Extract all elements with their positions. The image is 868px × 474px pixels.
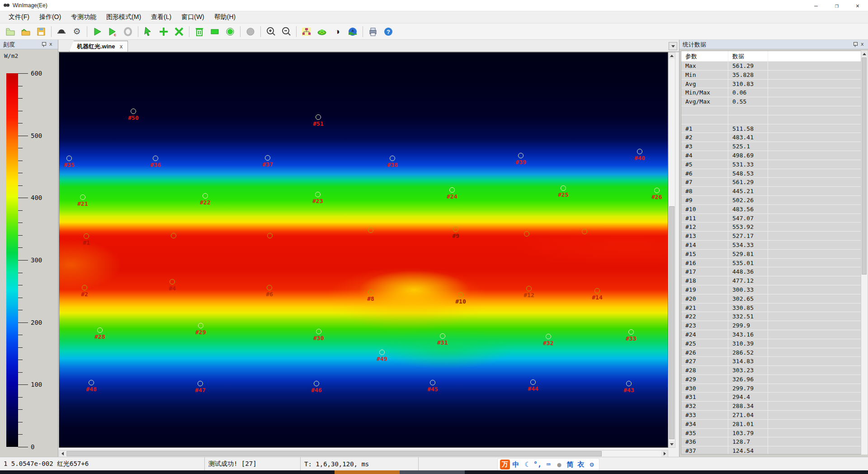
measure-point-12[interactable] [526,286,532,291]
measure-point[interactable] [524,231,529,237]
menu-item-1[interactable]: 操作(O) [34,12,66,23]
measure-point-40[interactable] [637,149,642,154]
new-file-icon[interactable] [4,25,17,38]
menu-item-5[interactable]: 窗口(W) [176,12,209,23]
scroll-right-button[interactable] [661,450,668,457]
measure-point-21[interactable] [80,194,85,200]
measure-point-28[interactable] [97,327,103,333]
measure-point-39[interactable] [518,153,524,158]
measure-point-51[interactable] [316,114,321,120]
settings-gear-icon[interactable]: ⚙ [70,25,84,38]
measure-point-6[interactable] [267,285,272,290]
close-button[interactable]: ✕ [847,0,868,11]
capture-dome-icon[interactable] [55,25,68,38]
measure-point-24[interactable] [449,187,455,193]
stop-icon[interactable] [121,25,135,38]
measure-point-22[interactable] [203,193,208,199]
run-single-icon[interactable]: c [106,25,119,38]
tab-active[interactable]: 机器红光.wine x [69,41,128,52]
ime-logo-icon[interactable]: 万 [500,460,510,469]
delete-point-icon[interactable] [172,25,186,38]
ime-simplified-icon[interactable]: 简 [565,460,575,469]
zoom-in-icon[interactable] [264,25,278,38]
measure-point-44[interactable] [530,379,536,385]
circle-roi-icon[interactable] [223,25,237,38]
measure-point-33[interactable] [628,329,634,335]
menu-item-3[interactable]: 图形模式(M) [101,12,146,23]
save-file-icon[interactable] [34,25,48,38]
measure-point-31[interactable] [440,333,445,339]
scroll-left-button[interactable] [59,450,66,457]
measure-point-50[interactable] [131,109,136,114]
scene-view-icon[interactable] [346,25,359,38]
vscroll-thumb[interactable] [669,206,675,439]
scroll-up-button[interactable] [669,52,675,59]
stats-scrollbar[interactable] [861,51,868,455]
beam-3d-icon[interactable] [315,25,329,38]
contrast-icon[interactable]: ◑ [330,25,344,38]
measure-point-45[interactable] [430,380,435,385]
help-icon[interactable]: ? [382,25,395,38]
measure-point-46[interactable] [314,381,319,386]
ime-skin-icon[interactable]: 衣 [576,460,586,469]
measure-point-10[interactable] [458,292,463,298]
scroll-up-button[interactable] [861,51,867,57]
measure-point-25[interactable] [561,185,566,191]
stats-scroll-thumb[interactable] [862,57,867,275]
measure-point-8[interactable] [368,289,373,295]
print-icon[interactable] [366,25,380,38]
open-file-icon[interactable] [19,25,33,38]
run-icon[interactable] [90,25,104,38]
heatmap-viewport[interactable]: #50#51#35#36#37#38#39#40#21#22#23#24#25#… [59,52,668,448]
image-vertical-scrollbar[interactable] [668,52,675,448]
delete-all-trash-icon[interactable] [193,25,206,38]
measure-point-48[interactable] [89,380,94,385]
measure-point[interactable] [368,228,373,233]
measure-point-2[interactable] [82,285,87,290]
measure-point-37[interactable] [265,155,270,161]
close-icon[interactable]: x [861,41,864,47]
menu-item-0[interactable]: 文件(F) [4,12,34,23]
tab-close-icon[interactable]: x [120,43,123,50]
measure-point-23[interactable] [315,192,321,197]
menu-item-2[interactable]: 专测功能 [66,12,101,23]
measure-point-35[interactable] [66,156,72,161]
measure-point-49[interactable] [379,350,385,355]
measure-point-14[interactable] [594,288,600,294]
measure-point-43[interactable] [626,381,632,386]
ime-punct-icon[interactable]: °, [533,460,542,469]
measure-point-1[interactable] [84,233,89,239]
hscroll-thumb[interactable] [66,451,602,456]
ime-keyboard-icon[interactable]: ⌨ [543,460,553,469]
ime-lang-icon[interactable]: 中 [511,460,521,469]
ime-settings-icon[interactable]: ⚙ [587,460,597,469]
topology-icon[interactable] [300,25,313,38]
measure-point-38[interactable] [390,156,395,161]
ime-moon-icon[interactable]: ☾ [522,460,532,469]
pin-icon[interactable] [853,42,857,47]
add-point-icon[interactable] [157,25,170,38]
maximize-button[interactable]: ❐ [826,0,847,11]
measure-point-36[interactable] [153,156,158,161]
zoom-out-icon[interactable] [279,25,293,38]
inactive-circle-icon[interactable] [244,25,257,38]
measure-point[interactable] [171,233,176,238]
scroll-down-button[interactable] [669,441,675,447]
measure-point-30[interactable] [316,329,321,334]
measure-point-26[interactable] [654,188,660,193]
measure-point[interactable] [267,233,273,238]
measure-point-47[interactable] [198,381,203,386]
menu-item-4[interactable]: 查看(L) [146,12,176,23]
close-icon[interactable]: x [49,41,52,47]
measure-point-4[interactable] [170,279,175,284]
ime-user-icon[interactable]: ● [554,460,564,469]
menu-item-6[interactable]: 帮助(H) [209,12,241,23]
tab-list-button[interactable] [669,42,677,50]
pin-icon[interactable] [42,42,46,47]
rect-roi-icon[interactable] [208,25,222,38]
measure-point-29[interactable] [198,323,203,328]
minimize-button[interactable]: — [806,0,826,11]
image-horizontal-scrollbar[interactable] [59,450,668,457]
measure-point-9[interactable] [453,227,458,232]
measure-point[interactable] [582,229,587,234]
